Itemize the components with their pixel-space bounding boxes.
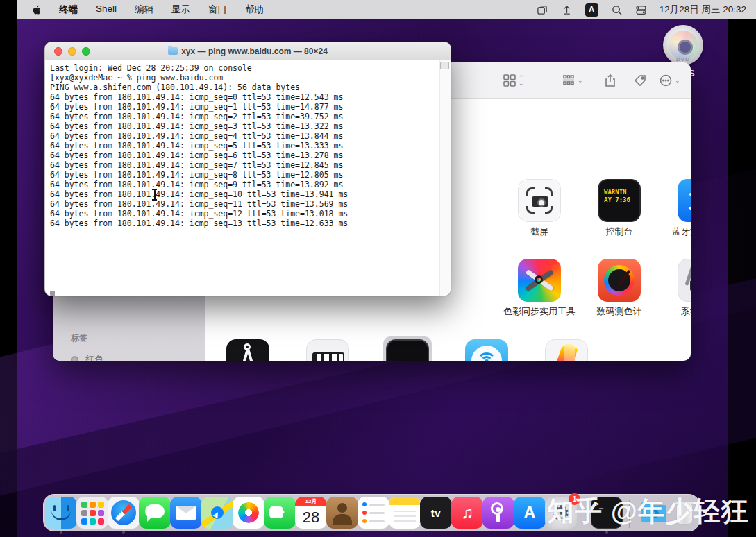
dock-notes[interactable] xyxy=(389,497,421,529)
appstore-glyph: A xyxy=(523,503,535,522)
grapher-app-icon xyxy=(545,339,588,361)
dock-tv[interactable]: tv xyxy=(420,497,452,529)
dock-photos[interactable] xyxy=(233,497,264,529)
app-keychain-access[interactable]: 钥匙串访问 xyxy=(210,339,286,361)
airport-app-icon xyxy=(465,339,508,361)
app-label: 系统信息 xyxy=(661,305,691,318)
app-label: 数码测色计 xyxy=(581,305,657,318)
sidebar-tag-item[interactable]: 红色 xyxy=(71,350,103,361)
app-label: 色彩同步实用工具 xyxy=(501,305,578,318)
terminal-titlebar[interactable]: xyx — ping www.baidu.com — 80×24 xyxy=(45,42,451,60)
text-cursor-pointer xyxy=(151,189,158,201)
dock-mail[interactable] xyxy=(170,497,202,529)
menu-item[interactable]: 终端 xyxy=(59,3,78,16)
app-airport-utility[interactable]: AirPort 实用工具 xyxy=(448,339,525,361)
app-grapher[interactable]: Grapher xyxy=(528,339,605,361)
menu-bar-clock[interactable]: 12月28日 周三 20:32 xyxy=(660,3,746,16)
icon-view-button[interactable]: ⌃⌄ xyxy=(503,62,524,99)
app-digital-color-meter[interactable]: 数码测色计 xyxy=(581,259,657,318)
control-center-icon[interactable] xyxy=(635,4,647,16)
chevron-down-icon: ⌄ xyxy=(675,78,680,83)
app-screenshot[interactable]: 截屏 xyxy=(501,179,578,238)
audio-midi-app-icon xyxy=(306,339,349,361)
split-pane-button[interactable] xyxy=(440,62,449,69)
running-indicator xyxy=(605,531,608,534)
windows-icon[interactable] xyxy=(537,4,548,16)
tag-icon xyxy=(633,74,647,87)
app-audio-midi-setup[interactable]: 音频 MIDI 设置 xyxy=(289,339,366,361)
more-actions-button[interactable]: ⌄ xyxy=(659,62,680,99)
dock-calendar[interactable]: 12月 28 xyxy=(295,497,327,529)
calendar-day: 28 xyxy=(295,506,327,529)
keychain-app-icon xyxy=(226,339,269,361)
dock-launchpad[interactable] xyxy=(76,497,108,529)
group-by-button[interactable]: ⌄ xyxy=(562,62,583,99)
chevron-down-icon: ⌄ xyxy=(578,78,583,83)
terminal-output: Last login: Wed Dec 28 20:25:39 on conso… xyxy=(50,63,437,228)
tags-button[interactable] xyxy=(633,62,647,99)
dock-facetime[interactable] xyxy=(264,497,296,529)
app-label: 蓝牙文件交换 xyxy=(661,225,691,238)
status-arrow-icon[interactable] xyxy=(561,4,573,16)
dock-music[interactable]: ♫ xyxy=(451,497,483,529)
tv-glyph: tv xyxy=(431,507,441,519)
tag-color-dot xyxy=(71,356,78,361)
app-colorsync[interactable]: 色彩同步实用工具 xyxy=(501,259,578,318)
color-meter-app-icon xyxy=(598,259,641,302)
app-bluetooth-exchange[interactable]: 蓝牙文件交换 xyxy=(661,179,691,238)
running-indicator xyxy=(122,531,125,534)
dock-messages[interactable] xyxy=(139,497,171,529)
colorsync-app-icon xyxy=(518,259,561,302)
menu-item[interactable]: 显示 xyxy=(171,3,190,16)
menu-item[interactable]: Shell xyxy=(96,3,117,16)
terminal-scrollbar[interactable] xyxy=(439,60,451,296)
music-note-icon: ♫ xyxy=(461,503,473,522)
calendar-month: 12月 xyxy=(295,497,327,506)
terminal-window[interactable]: xyx — ping www.baidu.com — 80×24 Last lo… xyxy=(44,42,451,296)
ellipsis-circle-icon xyxy=(659,74,673,87)
proxy-folder-icon xyxy=(168,47,178,55)
dock-podcasts[interactable] xyxy=(482,497,514,529)
terminal-window-title: xyx — ping www.baidu.com — 80×24 xyxy=(168,46,328,56)
sidebar-tags-header: 标签 xyxy=(71,332,103,344)
close-button[interactable] xyxy=(54,47,62,56)
terminal-content[interactable]: Last login: Wed Dec 28 20:25:39 on conso… xyxy=(45,60,451,296)
apple-menu-icon[interactable] xyxy=(31,4,42,15)
dock-contacts[interactable] xyxy=(326,497,358,529)
terminal-cursor xyxy=(50,291,55,296)
app-menus: 终端Shell编辑显示窗口帮助 xyxy=(59,3,264,16)
dvd-disc-text: DVD xyxy=(663,56,703,62)
grid-view-icon xyxy=(503,74,516,87)
spotlight-search-icon[interactable] xyxy=(611,4,623,16)
system-info-app-icon xyxy=(678,259,691,302)
menu-item[interactable]: 帮助 xyxy=(245,3,264,16)
app-console[interactable]: WARNINAY 7:36 控制台 xyxy=(581,179,657,238)
share-icon xyxy=(603,74,617,87)
menu-item[interactable]: 窗口 xyxy=(208,3,227,16)
menu-bar: 终端Shell编辑显示窗口帮助 A 12月28日 周三 20:32 xyxy=(17,0,756,19)
console-app-icon: WARNINAY 7:36 xyxy=(598,179,641,222)
menu-item[interactable]: 编辑 xyxy=(135,3,153,16)
app-terminal[interactable]: 终端 xyxy=(369,339,446,361)
menu-bar-status-area: A 12月28日 周三 20:32 xyxy=(537,0,756,19)
watermark: 知乎 @年少轻狂 xyxy=(547,493,749,530)
screenshot-app-icon xyxy=(518,179,561,222)
input-source-icon[interactable]: A xyxy=(585,3,598,17)
app-label: 控制台 xyxy=(581,225,657,238)
dock-app-store[interactable]: A xyxy=(514,497,546,529)
sort-chevrons-icon: ⌃⌄ xyxy=(519,75,524,86)
dock-safari[interactable] xyxy=(108,497,140,529)
dock-maps[interactable] xyxy=(201,497,233,529)
dock-reminders[interactable] xyxy=(358,497,389,529)
app-label: 截屏 xyxy=(501,225,578,238)
zoom-button[interactable] xyxy=(82,47,90,56)
running-indicator xyxy=(60,531,62,534)
share-button[interactable] xyxy=(603,62,617,99)
group-by-icon xyxy=(562,74,576,87)
sidebar-tag-list: 红色橙色黄色 xyxy=(71,350,103,361)
terminal-app-icon xyxy=(386,339,429,361)
dvd-disc-icon: DVD xyxy=(663,25,703,65)
dock-finder[interactable] xyxy=(45,497,77,529)
app-system-information[interactable]: 系统信息 xyxy=(661,259,691,318)
minimize-button[interactable] xyxy=(68,47,76,56)
